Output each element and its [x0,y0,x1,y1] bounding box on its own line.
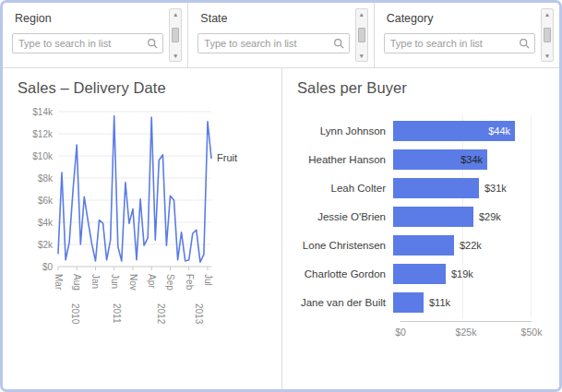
filter-label: Region [15,12,163,25]
x-axis-month-label: Jul [203,274,213,286]
x-axis-month-label: Jan [90,274,101,289]
scroll-up-icon[interactable]: ▲ [544,11,550,18]
x-axis-month-label: Jun [110,274,120,289]
x-axis-month-label: Apr [147,274,157,289]
line-chart-title: Sales – Delivery Date [18,79,276,97]
bar-track: $34k [393,149,532,170]
sales-line[interactable] [58,116,211,262]
scroll-down-icon[interactable]: ▼ [173,53,178,59]
x-axis-year-label: 2013 [194,303,204,325]
y-axis-tick-label: $14k [32,107,54,117]
search-box [12,33,163,53]
x-axis-year-label: 2011 [112,303,122,324]
dashboard: Region ▲ ▼ State ▲ [0,0,562,392]
filter-region: Region ▲ ▼ [3,3,187,67]
scroll-up-icon[interactable]: ▲ [173,11,178,18]
scroll-down-icon[interactable]: ▼ [544,53,550,59]
x-axis-month-label: Mar [54,274,64,291]
bar-value-label: $22k [460,240,482,251]
search-icon[interactable] [519,38,531,50]
x-axis-month-label: Nov [128,274,138,291]
scroll-thumb[interactable] [172,28,179,42]
bar-value-label: $31k [484,183,507,194]
bar[interactable] [393,264,446,284]
scrollbar[interactable]: ▲ ▼ [541,8,554,62]
bar-value-label: $29k [479,211,501,222]
bar-track: $31k [393,178,532,198]
y-axis-tick-label: $10k [32,151,54,161]
bar-row: Heather Hanson$34k [297,149,544,170]
bar-track: $29k [393,207,532,227]
bar-category-label: Lone Christensen [297,240,393,251]
bar-row: Leah Colter$31k [297,178,544,198]
x-axis-month-label: Sep [165,274,175,291]
bar-row: Charlotte Gordon$19k [297,264,544,284]
y-axis-tick-label: $12k [32,129,54,139]
bar[interactable]: $44k [393,121,515,141]
bar-value-label: $11k [429,297,450,308]
bar-track: $19k [393,264,532,284]
scroll-thumb[interactable] [544,28,551,42]
scrollbar[interactable]: ▲ ▼ [355,8,368,62]
y-axis-tick-label: $6k [38,196,54,206]
sales-delivery-line-chart[interactable]: $0$2k$4k$6k$8k$10k$12k$14kMarAugJanJunNo… [18,101,274,351]
y-axis-tick-label: $8k [38,173,54,184]
scrollbar[interactable]: ▲ ▼ [169,8,182,62]
bar-track: $11k [393,292,532,313]
bar[interactable] [393,292,424,313]
bar-category-label: Lynn Johnson [297,125,393,137]
x-axis-year-label: 2010 [70,303,80,325]
sales-per-buyer-panel: Sales per Buyer Lynn Johnson$44kHeather … [282,68,559,389]
x-axis-month-label: Feb [185,274,195,291]
bar-x-axis: $0$25k$50k [401,321,532,339]
bar-row: Jessie O'Brien$29k [297,207,544,227]
bar-category-label: Charlotte Gordon [297,268,393,279]
bar-row: Lynn Johnson$44k [297,121,544,141]
filter-category: Category ▲ ▼ [374,3,559,67]
bar-category-label: Jane van der Built [297,297,393,308]
y-axis-tick-label: $0 [42,262,54,272]
x-axis-month-label: Aug [72,274,82,291]
x-axis-tick-label: $50k [521,327,543,338]
bar-row: Lone Christensen$22k [297,235,544,255]
y-axis-tick-label: $2k [38,240,54,250]
filter-state: State ▲ ▼ [187,3,373,67]
bar-value-label: $19k [451,268,473,279]
bar[interactable] [393,235,454,255]
search-input[interactable] [18,38,144,49]
x-axis-year-label: 2012 [156,303,166,325]
series-label: Fruit [217,152,237,163]
bar-row: Jane van der Built$11k [297,292,544,313]
search-input[interactable] [204,38,329,49]
bar-chart-title: Sales per Buyer [297,79,544,97]
scroll-up-icon[interactable]: ▲ [358,11,364,18]
bar-value-label: $34k [460,154,483,165]
search-box [197,33,349,53]
x-axis-tick-label: $0 [395,327,406,338]
search-icon[interactable] [147,38,159,50]
bar-track: $44k [393,121,532,141]
filter-label: State [200,12,349,25]
filter-row: Region ▲ ▼ State ▲ [3,3,559,68]
bar-track: $22k [393,235,532,255]
search-input[interactable] [390,38,516,49]
scroll-down-icon[interactable]: ▼ [358,53,364,59]
sales-per-buyer-bar-chart: Lynn Johnson$44kHeather Hanson$34kLeah C… [297,121,544,339]
y-axis-tick-label: $4k [38,218,54,228]
bar[interactable]: $34k [393,149,487,170]
sales-delivery-panel: Sales – Delivery Date $0$2k$4k$6k$8k$10k… [3,68,282,389]
scroll-thumb[interactable] [358,28,365,42]
x-axis-tick-label: $25k [456,327,477,338]
bar-value-label: $44k [488,125,510,137]
search-box [384,33,535,53]
bar-category-label: Heather Hanson [297,154,393,165]
bar-category-label: Jessie O'Brien [297,211,393,222]
filter-label: Category [387,12,535,25]
bar[interactable] [393,178,479,198]
bar-category-label: Leah Colter [297,183,393,194]
search-icon[interactable] [333,38,345,50]
charts-row: Sales – Delivery Date $0$2k$4k$6k$8k$10k… [3,68,559,389]
bar[interactable] [393,207,473,227]
